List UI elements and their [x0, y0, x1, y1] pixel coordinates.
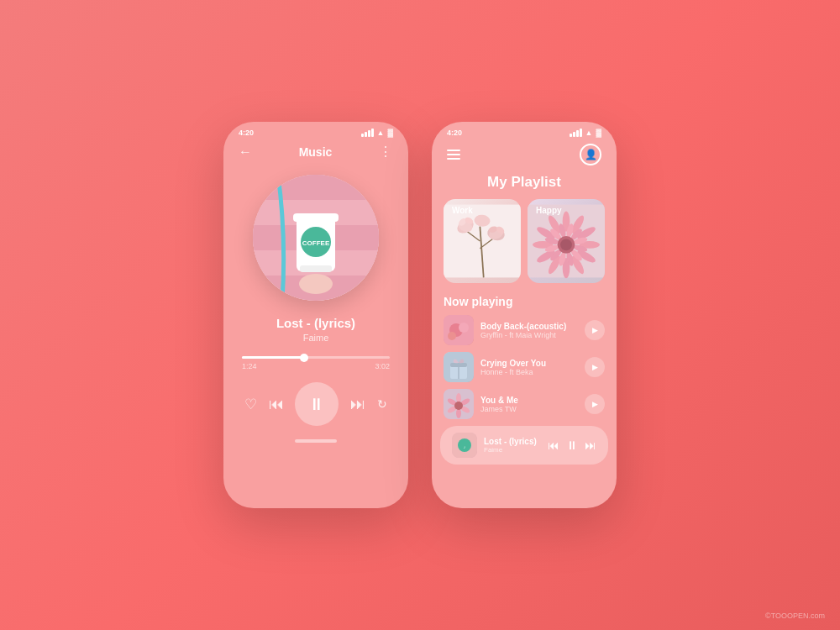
wifi-icon: ▲	[377, 129, 385, 137]
coffee-cup-illustration: COFFEE	[253, 175, 379, 301]
track-info-1: Body Back-(acoustic) Gryffin - ft Maia W…	[480, 322, 578, 339]
track-artist-1: Gryffin - ft Maia Wright	[480, 331, 578, 339]
time-player: 4:20	[239, 129, 254, 137]
svg-point-67	[454, 402, 463, 410]
phone-playlist: 4:20 ▲ ▓ 👤 My	[432, 122, 617, 508]
album-art-container: COFFEE	[223, 166, 408, 307]
back-button[interactable]: ←	[239, 144, 252, 160]
svg-point-11	[299, 274, 333, 294]
phones-container: 4:20 ▲ ▓ ← Music ⋮	[223, 122, 617, 508]
track-item-3[interactable]: You & Me James TW ▶	[444, 389, 605, 419]
menu-line-1	[447, 150, 460, 151]
prev-button[interactable]: ⏮	[269, 396, 284, 413]
battery-icon-2: ▓	[596, 129, 601, 137]
mini-artist: Faime	[484, 446, 541, 454]
category-work[interactable]: Work	[444, 199, 521, 283]
progress-track[interactable]	[242, 356, 390, 359]
mini-player: ♪ Lost - (lyrics) Faime ⏮ ⏸ ⏭	[440, 426, 608, 465]
track-info-2: Crying Over You Honne - ft Beka	[480, 359, 578, 376]
svg-point-54	[459, 323, 469, 333]
track-name-1: Body Back-(acoustic)	[480, 322, 578, 331]
svg-rect-1	[253, 175, 379, 200]
track-thumb-3	[444, 389, 474, 419]
status-icons-playlist: ▲ ▓	[570, 129, 601, 137]
progress-container: 1:24 3:02	[223, 348, 408, 374]
playlist-header: 👤	[432, 140, 617, 172]
category-happy[interactable]: Happy	[528, 199, 605, 283]
song-artist: Faime	[240, 333, 391, 343]
phone-player: 4:20 ▲ ▓ ← Music ⋮	[223, 122, 408, 508]
battery-icon: ▓	[387, 129, 393, 137]
signal-icon-2	[570, 129, 582, 137]
more-button[interactable]: ⋮	[379, 144, 393, 160]
time-current: 1:24	[242, 362, 257, 370]
mini-info: Lost - (lyrics) Faime	[484, 437, 541, 454]
category-cards: Work	[432, 199, 617, 293]
wifi-icon-2: ▲	[585, 129, 593, 137]
category-happy-label: Happy	[536, 206, 562, 215]
progress-thumb[interactable]	[300, 354, 308, 362]
track-artist-2: Honne - ft Beka	[480, 368, 578, 376]
pause-icon: ⏸	[308, 395, 325, 414]
status-bar-player: 4:20 ▲ ▓	[223, 122, 408, 140]
track-art-1	[444, 315, 474, 345]
signal-icon	[361, 129, 374, 137]
song-info: Lost - (lyrics) Faime	[223, 307, 408, 348]
track-name-3: You & Me	[480, 396, 578, 405]
svg-point-51	[560, 239, 572, 250]
menu-button[interactable]	[447, 150, 460, 160]
track-item-2[interactable]: Crying Over You Honne - ft Beka ▶	[444, 352, 605, 382]
track-list: Body Back-(acoustic) Gryffin - ft Maia W…	[432, 315, 617, 419]
playlist-title: My Playlist	[432, 172, 617, 199]
track-art-2	[444, 352, 474, 382]
pause-button[interactable]: ⏸	[295, 382, 339, 426]
mini-art-svg: ♪	[452, 433, 477, 458]
mini-pause-button[interactable]: ⏸	[566, 438, 578, 452]
track-item-1[interactable]: Body Back-(acoustic) Gryffin - ft Maia W…	[444, 315, 605, 345]
time-playlist: 4:20	[447, 129, 462, 137]
track-art-3	[444, 389, 474, 419]
next-button[interactable]: ⏭	[350, 396, 365, 413]
controls-row: ♡ ⏮ ⏸ ⏭ ↻	[223, 374, 408, 436]
watermark: ©TOOOPEN.com	[765, 612, 825, 620]
svg-point-55	[448, 332, 456, 340]
now-playing-title: Now playing	[432, 293, 617, 315]
play-btn-3[interactable]: ▶	[585, 394, 605, 414]
menu-line-2	[447, 154, 460, 155]
track-info-3: You & Me James TW	[480, 396, 578, 413]
heart-button[interactable]: ♡	[244, 396, 257, 413]
status-bar-playlist: 4:20 ▲ ▓	[432, 122, 617, 140]
play-btn-1[interactable]: ▶	[585, 320, 605, 340]
track-name-2: Crying Over You	[480, 359, 578, 368]
track-artist-3: James TW	[480, 405, 578, 413]
track-thumb-1	[444, 315, 474, 345]
avatar-button[interactable]: 👤	[580, 144, 601, 165]
category-work-label: Work	[452, 206, 473, 215]
play-btn-2[interactable]: ▶	[585, 357, 605, 377]
mini-next-button[interactable]: ⏭	[585, 438, 596, 452]
repeat-button[interactable]: ↻	[377, 397, 387, 411]
svg-rect-7	[293, 213, 339, 222]
track-thumb-2	[444, 352, 474, 382]
svg-rect-8	[300, 265, 332, 272]
time-total: 3:02	[375, 362, 390, 370]
menu-line-3	[447, 158, 460, 160]
song-title: Lost - (lyrics)	[240, 316, 391, 330]
album-art: COFFEE	[253, 175, 379, 301]
mini-prev-button[interactable]: ⏮	[548, 438, 559, 452]
avatar-icon: 👤	[585, 149, 597, 160]
player-header: ← Music ⋮	[223, 140, 408, 166]
progress-times: 1:24 3:02	[242, 362, 390, 370]
home-indicator	[295, 439, 337, 443]
mini-controls: ⏮ ⏸ ⏭	[548, 438, 596, 452]
mini-title: Lost - (lyrics)	[484, 437, 541, 446]
player-title: Music	[299, 145, 333, 159]
progress-fill	[242, 356, 304, 359]
mini-thumb: ♪	[452, 433, 477, 458]
svg-text:COFFEE: COFFEE	[302, 239, 330, 247]
album-art-svg: COFFEE	[253, 175, 379, 301]
status-icons-player: ▲ ▓	[361, 129, 393, 137]
